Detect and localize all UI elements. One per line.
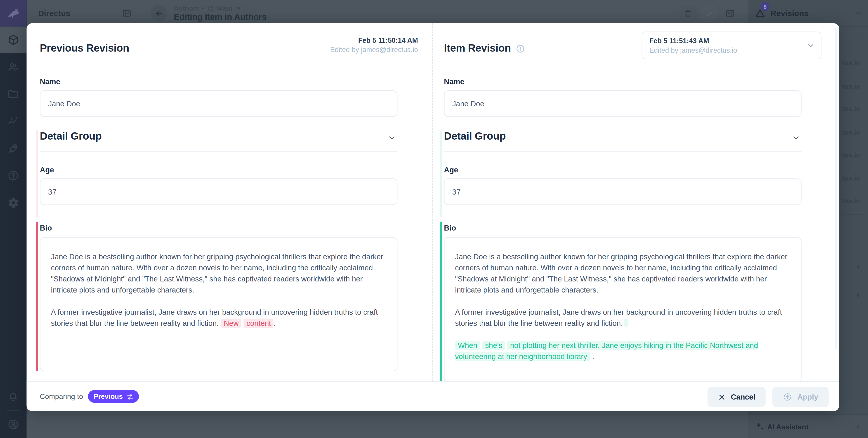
module-content-icon[interactable] (0, 27, 27, 53)
age-label: Age (444, 166, 458, 174)
previous-revision-meta: Feb 5 11:50:14 AM Edited by james@direct… (220, 36, 418, 55)
diff-removed-text: New (221, 319, 242, 328)
revisions-sidebar-header[interactable]: 8 Revisions (748, 0, 868, 27)
revision-list-item[interactable]: tus.io (842, 151, 868, 159)
revision-select-dropdown[interactable]: Feb 5 11:51:43 AM Edited by james@direct… (642, 32, 822, 59)
project-name: Directus (38, 9, 70, 18)
comparing-to-group: Comparing to Previous (40, 390, 139, 403)
bio-label: Bio (40, 224, 52, 232)
item-revision-title: Item Revision (444, 42, 525, 54)
breadcrumb-collection[interactable]: Authors (174, 4, 199, 12)
item-revision-timestamp: Feb 5 11:51:43 AM (649, 37, 801, 46)
user-avatar-icon[interactable] (0, 411, 27, 438)
cancel-button[interactable]: Cancel (708, 387, 766, 407)
previous-revision-edited-by: Edited by james@directus.io (220, 46, 418, 55)
swap-arrows-icon (126, 392, 134, 400)
group-diff-bar-removed (36, 130, 38, 217)
collapse-nav-icon[interactable] (122, 8, 132, 18)
name-input[interactable]: Jane Doe (40, 90, 397, 117)
save-item-button[interactable] (700, 4, 718, 22)
close-icon (718, 393, 726, 401)
detail-group-title: Detail Group (444, 130, 506, 142)
revision-compare-dialog: Previous Revision Feb 5 11:50:14 AM Edit… (27, 23, 839, 411)
revision-list-item[interactable]: tus.io (842, 105, 868, 113)
module-bar (0, 0, 27, 438)
bio-textarea[interactable]: Jane Doe is a bestselling author known f… (40, 237, 397, 371)
name-label: Name (444, 78, 464, 86)
item-revision-edited-by: Edited by james@directus.io (649, 46, 801, 55)
revision-list-item[interactable]: tus.io (842, 59, 868, 67)
back-button[interactable] (151, 5, 167, 22)
detail-group-title: Detail Group (40, 130, 101, 142)
age-input[interactable]: 37 (40, 178, 397, 205)
bio-diff-bar-removed (36, 222, 38, 371)
previous-revision-panel: Previous Revision Feb 5 11:50:14 AM Edit… (27, 23, 433, 381)
detail-group-header[interactable]: Detail Group (40, 130, 397, 152)
apply-button[interactable]: Apply (773, 387, 829, 407)
revision-list-item[interactable]: tus.io (842, 174, 868, 182)
directus-logo[interactable] (0, 0, 27, 27)
breadcrumb: Authors • Main (174, 4, 241, 12)
diff-removed-text: content (244, 319, 274, 328)
module-bar-divider (6, 410, 20, 411)
bio-label: Bio (444, 224, 456, 232)
notifications-bell-icon[interactable] (0, 384, 27, 411)
version-icon (207, 5, 214, 12)
comparing-to-value: Previous (94, 392, 123, 400)
module-insights-icon[interactable] (0, 108, 27, 135)
version-name[interactable]: Main (217, 4, 232, 12)
directus-app: Directus Authors • Main Editing Item in … (0, 0, 868, 438)
collapse-sidebar-icon[interactable] (721, 4, 739, 22)
module-help-icon[interactable] (0, 163, 27, 189)
sparkles-icon (754, 421, 766, 432)
comparing-to-toggle[interactable]: Previous (88, 390, 139, 403)
apply-revision-icon (783, 392, 793, 402)
chevron-down-icon[interactable] (388, 134, 396, 142)
previous-revision-title: Previous Revision (40, 42, 129, 54)
age-input[interactable]: 37 (444, 178, 802, 205)
delete-item-button[interactable] (679, 4, 697, 22)
diff-added-text: she's (483, 341, 505, 350)
bio-paragraph: A former investigative journalist, Jane … (51, 308, 378, 328)
revisions-count-badge: 8 (761, 2, 770, 11)
bio-paragraph: A former investigative journalist, Jane … (455, 308, 782, 328)
footer-actions: Cancel Apply (708, 387, 829, 407)
name-input[interactable]: Jane Doe (444, 90, 802, 117)
bio-paragraph: Jane Doe is a bestselling author known f… (455, 253, 787, 294)
chevron-left-icon[interactable] (854, 422, 862, 430)
version-caret-icon[interactable] (236, 7, 241, 10)
ai-assistant-bar[interactable]: AI Assistant (748, 414, 868, 438)
chevron-down-icon (807, 41, 815, 50)
dialog-footer: Comparing to Previous Cancel Apply (27, 381, 839, 411)
bio-period: . (592, 352, 594, 361)
age-label: Age (40, 166, 54, 174)
comparing-to-label: Comparing to (40, 392, 83, 401)
item-revision-panel: Item Revision Feb 5 11:51:43 AM Edited b… (433, 23, 839, 381)
chevron-left-icon[interactable] (854, 263, 863, 271)
previous-revision-timestamp: Feb 5 11:50:14 AM (220, 36, 418, 46)
group-diff-bar-added (440, 130, 442, 217)
sidebar-divider (842, 214, 864, 215)
revisions-title: Revisions (771, 9, 809, 18)
chevron-down-icon[interactable] (792, 134, 800, 142)
bio-textarea[interactable]: Jane Doe is a bestselling author known f… (444, 237, 802, 382)
chevron-down-icon[interactable] (855, 9, 862, 17)
diff-added-space (624, 319, 628, 327)
module-files-icon[interactable] (0, 81, 27, 108)
breadcrumb-separator: • (202, 4, 204, 12)
page-title: Editing Item in Authors (174, 12, 267, 22)
app-header: Directus Authors • Main Editing Item in … (27, 0, 748, 27)
module-users-icon[interactable] (0, 54, 27, 81)
modal-scrollbar[interactable] (835, 28, 837, 349)
revision-list-item[interactable]: tus.io (842, 82, 868, 90)
ai-assistant-label: AI Assistant (767, 422, 809, 431)
module-settings-icon[interactable] (0, 189, 27, 216)
revision-list-item[interactable]: tus.io (842, 197, 868, 205)
detail-group-header[interactable]: Detail Group (444, 130, 802, 152)
diff-added-text: When (455, 341, 480, 350)
chevron-left-icon[interactable] (854, 291, 863, 299)
module-rocket-icon[interactable] (0, 135, 27, 162)
bio-period: . (274, 319, 276, 328)
revision-list-item[interactable]: tus.io (842, 128, 868, 136)
info-icon (515, 43, 525, 54)
